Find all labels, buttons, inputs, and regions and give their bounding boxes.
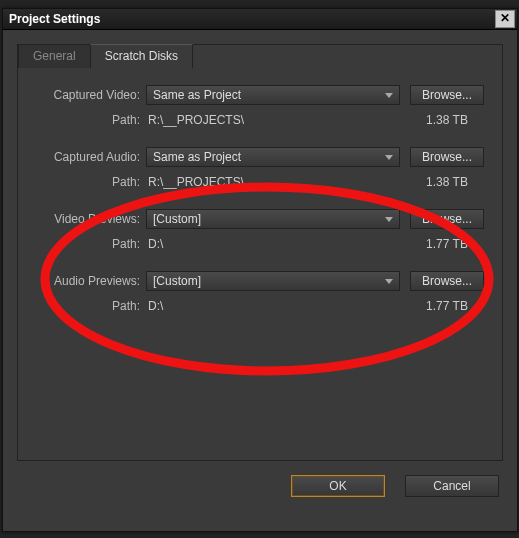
- project-settings-window: Project Settings ✕ General Scratch Disks…: [2, 8, 518, 532]
- chevron-down-icon: [385, 155, 393, 160]
- captured-video-label: Captured Video:: [36, 88, 146, 102]
- chevron-down-icon: [385, 279, 393, 284]
- captured-video-dropdown-value: Same as Project: [153, 88, 241, 102]
- ok-button[interactable]: OK: [291, 475, 385, 497]
- captured-audio-row: Captured Audio: Same as Project Browse..…: [36, 146, 484, 168]
- video-previews-row: Video Previews: [Custom] Browse...: [36, 208, 484, 230]
- video-previews-size: 1.77 TB: [410, 237, 484, 251]
- content: General Scratch Disks Captured Video: Sa…: [3, 30, 517, 507]
- video-previews-path: D:\: [146, 237, 410, 251]
- audio-previews-dropdown[interactable]: [Custom]: [146, 271, 400, 291]
- tab-general[interactable]: General: [18, 44, 91, 68]
- captured-video-path-row: Path: R:\__PROJECTS\ 1.38 TB: [36, 112, 484, 128]
- captured-audio-size: 1.38 TB: [410, 175, 484, 189]
- audio-previews-browse-button[interactable]: Browse...: [410, 271, 484, 291]
- audio-previews-path: D:\: [146, 299, 410, 313]
- captured-video-row: Captured Video: Same as Project Browse..…: [36, 84, 484, 106]
- audio-previews-size: 1.77 TB: [410, 299, 484, 313]
- path-label: Path:: [36, 113, 146, 127]
- video-previews-browse-button[interactable]: Browse...: [410, 209, 484, 229]
- captured-audio-dropdown-value: Same as Project: [153, 150, 241, 164]
- audio-previews-label: Audio Previews:: [36, 274, 146, 288]
- video-previews-dropdown-value: [Custom]: [153, 212, 201, 226]
- audio-previews-path-row: Path: D:\ 1.77 TB: [36, 298, 484, 314]
- audio-previews-row: Audio Previews: [Custom] Browse...: [36, 270, 484, 292]
- captured-video-size: 1.38 TB: [410, 113, 484, 127]
- path-label: Path:: [36, 237, 146, 251]
- dialog-buttons: OK Cancel: [17, 475, 503, 497]
- captured-video-path: R:\__PROJECTS\: [146, 113, 410, 127]
- tab-scratch-disks[interactable]: Scratch Disks: [90, 44, 193, 69]
- video-previews-label: Video Previews:: [36, 212, 146, 226]
- audio-previews-dropdown-value: [Custom]: [153, 274, 201, 288]
- captured-audio-path: R:\__PROJECTS\: [146, 175, 410, 189]
- captured-video-browse-button[interactable]: Browse...: [410, 85, 484, 105]
- cancel-button[interactable]: Cancel: [405, 475, 499, 497]
- captured-audio-dropdown[interactable]: Same as Project: [146, 147, 400, 167]
- titlebar: Project Settings ✕: [3, 9, 517, 30]
- chevron-down-icon: [385, 217, 393, 222]
- video-previews-path-row: Path: D:\ 1.77 TB: [36, 236, 484, 252]
- path-label: Path:: [36, 175, 146, 189]
- window-title: Project Settings: [9, 12, 100, 26]
- captured-audio-label: Captured Audio:: [36, 150, 146, 164]
- captured-audio-path-row: Path: R:\__PROJECTS\ 1.38 TB: [36, 174, 484, 190]
- tabs: General Scratch Disks: [18, 44, 502, 68]
- captured-video-dropdown[interactable]: Same as Project: [146, 85, 400, 105]
- path-label: Path:: [36, 299, 146, 313]
- captured-audio-browse-button[interactable]: Browse...: [410, 147, 484, 167]
- video-previews-dropdown[interactable]: [Custom]: [146, 209, 400, 229]
- settings-panel: General Scratch Disks Captured Video: Sa…: [17, 44, 503, 461]
- close-button[interactable]: ✕: [495, 10, 515, 28]
- tab-body: Captured Video: Same as Project Browse..…: [18, 68, 502, 348]
- chevron-down-icon: [385, 93, 393, 98]
